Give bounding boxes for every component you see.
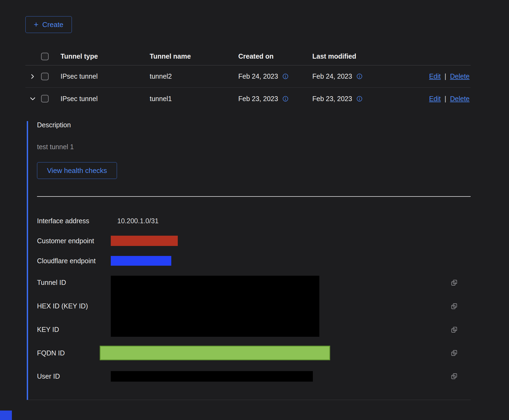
plus-icon: + bbox=[34, 21, 39, 29]
copy-icon[interactable] bbox=[451, 303, 458, 310]
expand-chevron-right-icon[interactable] bbox=[29, 73, 36, 80]
header-last-modified: Last modified bbox=[312, 52, 410, 60]
tunnel-name-cell: tunnel1 bbox=[150, 95, 238, 103]
hex-id-label: HEX ID (KEY ID) bbox=[37, 302, 111, 310]
edit-link[interactable]: Edit bbox=[429, 95, 441, 103]
tunnel-id-label: Tunnel ID bbox=[37, 279, 111, 286]
row-checkbox[interactable] bbox=[41, 95, 49, 102]
delete-link[interactable]: Delete bbox=[450, 72, 470, 80]
field-interface-address: Interface address 10.200.1.0/31 bbox=[37, 211, 471, 231]
user-id-redacted-value bbox=[111, 371, 313, 382]
copy-icon[interactable] bbox=[451, 349, 458, 356]
edit-link[interactable]: Edit bbox=[429, 72, 441, 80]
info-icon[interactable] bbox=[356, 73, 363, 79]
action-separator: | bbox=[444, 72, 446, 80]
description-value: test tunnel 1 bbox=[37, 143, 471, 151]
created-on-value: Feb 23, 2023 bbox=[238, 95, 278, 103]
last-modified-value: Feb 23, 2023 bbox=[312, 95, 352, 103]
details-divider bbox=[37, 196, 471, 197]
header-tunnel-type: Tunnel type bbox=[61, 52, 150, 60]
collapse-chevron-down-icon[interactable] bbox=[29, 95, 36, 102]
field-user-id: User ID bbox=[37, 365, 471, 388]
tunnels-page: + Create Tunnel type Tunnel name Created… bbox=[0, 0, 509, 420]
tunnel-name-cell: tunnel2 bbox=[150, 72, 238, 80]
ids-redacted-value-block bbox=[111, 276, 319, 337]
tunnel-type-cell: IPsec tunnel bbox=[61, 72, 150, 80]
copy-icon[interactable] bbox=[451, 279, 458, 286]
table-header-row: Tunnel type Tunnel name Created on Last … bbox=[25, 48, 471, 65]
table-row-tunnel1: IPsec tunnel tunnel1 Feb 23, 2023 Feb 23… bbox=[25, 88, 471, 110]
customer-endpoint-label: Customer endpoint bbox=[37, 237, 111, 245]
row-checkbox[interactable] bbox=[41, 73, 49, 80]
view-health-checks-label: View health checks bbox=[47, 166, 107, 175]
cloudflare-endpoint-label: Cloudflare endpoint bbox=[37, 257, 111, 265]
cloudflare-endpoint-redacted-value bbox=[111, 256, 171, 266]
key-id-label: KEY ID bbox=[37, 326, 111, 334]
field-customer-endpoint: Customer endpoint bbox=[37, 231, 471, 251]
tunnel-type-cell: IPsec tunnel bbox=[61, 95, 150, 103]
info-icon[interactable] bbox=[356, 96, 363, 102]
last-modified-value: Feb 24, 2023 bbox=[312, 72, 352, 80]
copy-icon[interactable] bbox=[451, 373, 458, 380]
table-row-tunnel2: IPsec tunnel tunnel2 Feb 24, 2023 Feb 24… bbox=[25, 65, 471, 88]
info-icon[interactable] bbox=[282, 96, 289, 102]
header-tunnel-name: Tunnel name bbox=[150, 52, 238, 60]
tunnel-details-panel: Description test tunnel 1 View health ch… bbox=[27, 121, 471, 400]
create-button[interactable]: + Create bbox=[25, 16, 72, 33]
create-button-label: Create bbox=[42, 21, 63, 29]
field-fqdn-id: FQDN ID bbox=[37, 341, 471, 365]
details-fields: Interface address 10.200.1.0/31 Customer… bbox=[37, 211, 471, 388]
description-label: Description bbox=[37, 121, 471, 129]
view-health-checks-button[interactable]: View health checks bbox=[37, 162, 117, 179]
created-on-value: Feb 24, 2023 bbox=[238, 72, 278, 80]
info-icon[interactable] bbox=[282, 73, 289, 79]
tunnels-table: Tunnel type Tunnel name Created on Last … bbox=[25, 48, 471, 110]
interface-address-label: Interface address bbox=[37, 217, 111, 225]
copy-icon[interactable] bbox=[451, 326, 458, 333]
interface-address-value: 10.200.1.0/31 bbox=[111, 217, 159, 225]
select-all-checkbox[interactable] bbox=[41, 53, 49, 60]
bottom-left-accent bbox=[0, 411, 12, 420]
fqdn-id-redacted-value bbox=[100, 346, 330, 360]
user-id-label: User ID bbox=[37, 372, 111, 380]
header-created-on: Created on bbox=[238, 52, 312, 60]
delete-link[interactable]: Delete bbox=[450, 95, 470, 103]
action-separator: | bbox=[444, 95, 446, 103]
header-checkbox-cell bbox=[41, 53, 61, 60]
customer-endpoint-redacted-value bbox=[111, 236, 178, 246]
field-cloudflare-endpoint: Cloudflare endpoint bbox=[37, 251, 471, 271]
